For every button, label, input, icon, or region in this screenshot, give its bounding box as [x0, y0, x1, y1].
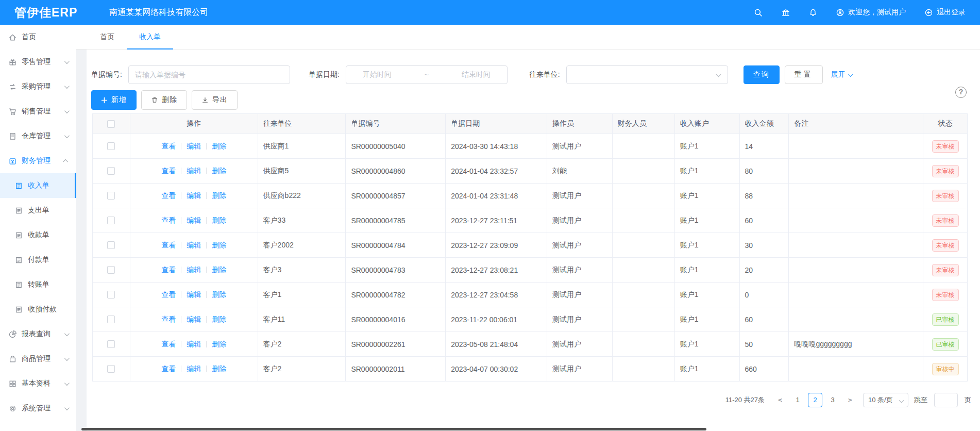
- date-end-placeholder: 结束时间: [462, 70, 491, 79]
- edit-link[interactable]: 编辑: [187, 241, 201, 250]
- delete-link[interactable]: 删除: [212, 216, 226, 225]
- select-all-checkbox[interactable]: [107, 120, 115, 128]
- sidebar-item-finance[interactable]: 财务管理: [0, 148, 76, 173]
- app-logo: 管伊佳ERP: [14, 5, 77, 21]
- amount-cell: 60: [740, 208, 789, 233]
- operator-cell: 测试用户: [547, 184, 613, 208]
- row-checkbox[interactable]: [107, 217, 115, 224]
- sidebar-item-goods[interactable]: 商品管理: [0, 346, 76, 371]
- edit-link[interactable]: 编辑: [187, 364, 201, 374]
- status-badge: 未审核: [932, 289, 959, 301]
- view-link[interactable]: 查看: [161, 191, 176, 201]
- delete-link[interactable]: 删除: [212, 142, 226, 151]
- delete-link[interactable]: 删除: [212, 315, 226, 324]
- table-body: 查看 编辑 删除 供应商1 SR00000005040 2024-03-30 1…: [93, 134, 967, 381]
- view-link[interactable]: 查看: [161, 216, 176, 225]
- view-link[interactable]: 查看: [161, 167, 176, 176]
- sidebar-item-basic-data[interactable]: 基本资料: [0, 371, 76, 396]
- table-row: 查看 编辑 删除 客户2 SR00000002011 2023-04-07 00…: [93, 356, 967, 381]
- partner-select[interactable]: [566, 65, 728, 84]
- delete-link[interactable]: 删除: [212, 290, 226, 300]
- sidebar-item-home[interactable]: 首页: [0, 25, 76, 49]
- jump-page-input[interactable]: [934, 393, 958, 407]
- row-checkbox[interactable]: [107, 192, 115, 200]
- edit-link[interactable]: 编辑: [187, 315, 201, 324]
- finance-cell: [613, 134, 675, 158]
- edit-link[interactable]: 编辑: [187, 142, 201, 151]
- view-link[interactable]: 查看: [161, 241, 176, 250]
- delete-link[interactable]: 删除: [212, 364, 226, 374]
- view-link[interactable]: 查看: [161, 266, 176, 275]
- sidebar-item-purchase[interactable]: 采购管理: [0, 74, 76, 99]
- row-checkbox[interactable]: [107, 167, 115, 175]
- amount-cell: 80: [740, 159, 789, 183]
- row-checkbox[interactable]: [107, 142, 115, 150]
- divider: [181, 143, 181, 150]
- sidebar-item-income-bill[interactable]: 收入单: [0, 173, 76, 198]
- delete-link[interactable]: 删除: [212, 241, 226, 250]
- delete-link[interactable]: 删除: [212, 340, 226, 349]
- edit-link[interactable]: 编辑: [187, 216, 201, 225]
- bank-icon[interactable]: [781, 8, 790, 17]
- sidebar-item-receipt-bill[interactable]: 收款单: [0, 223, 76, 247]
- sidebar-item-expense-bill[interactable]: 支出单: [0, 198, 76, 223]
- delete-link[interactable]: 删除: [212, 191, 226, 201]
- reset-button[interactable]: 重置: [785, 65, 823, 84]
- delete-link[interactable]: 删除: [212, 167, 226, 176]
- edit-link[interactable]: 编辑: [187, 340, 201, 349]
- export-button[interactable]: 导出: [192, 90, 238, 110]
- logout-icon: [924, 8, 933, 17]
- sidebar-item-transfer-bill[interactable]: 转账单: [0, 272, 76, 297]
- help-button[interactable]: ?: [955, 87, 967, 98]
- sidebar-item-sales[interactable]: 销售管理: [0, 99, 76, 124]
- row-checkbox[interactable]: [107, 266, 115, 274]
- divider: [181, 316, 181, 323]
- delete-button-label: 删除: [162, 95, 177, 105]
- bell-icon[interactable]: [809, 8, 817, 17]
- page-button-3[interactable]: 3: [825, 393, 840, 407]
- bill-no-cell: SR00000004784: [346, 233, 446, 257]
- tab-home[interactable]: 首页: [88, 25, 127, 49]
- page-button-2[interactable]: 2: [808, 393, 822, 407]
- search-icon[interactable]: [754, 8, 763, 17]
- row-checkbox[interactable]: [107, 316, 115, 323]
- sidebar-item-payment-bill[interactable]: 付款单: [0, 247, 76, 272]
- row-checkbox[interactable]: [107, 365, 115, 373]
- date-start-placeholder: 开始时间: [363, 70, 392, 79]
- edit-link[interactable]: 编辑: [187, 167, 201, 176]
- search-button[interactable]: 查询: [744, 65, 780, 84]
- edit-link[interactable]: 编辑: [187, 266, 201, 275]
- bill-date-cell: 2024-01-04 23:31:48: [446, 184, 547, 208]
- bill-no-input[interactable]: [128, 65, 290, 84]
- horizontal-scrollbar[interactable]: [81, 428, 706, 430]
- sidebar-item-advance-receipt[interactable]: 收预付款: [0, 297, 76, 322]
- view-link[interactable]: 查看: [161, 142, 176, 151]
- edit-link[interactable]: 编辑: [187, 290, 201, 300]
- delete-button[interactable]: 删除: [141, 90, 187, 110]
- view-link[interactable]: 查看: [161, 340, 176, 349]
- date-range-input[interactable]: 开始时间 ~ 结束时间: [346, 65, 508, 84]
- welcome-user[interactable]: 欢迎您，测试用户: [836, 8, 906, 17]
- logout-button[interactable]: 退出登录: [924, 8, 966, 17]
- edit-link[interactable]: 编辑: [187, 191, 201, 201]
- prev-page-button[interactable]: <: [773, 393, 787, 407]
- sidebar-item-warehouse[interactable]: 仓库管理: [0, 124, 76, 148]
- page-button-1[interactable]: 1: [790, 393, 805, 407]
- row-checkbox[interactable]: [107, 241, 115, 249]
- sidebar-item-reports[interactable]: 报表查询: [0, 322, 76, 346]
- delete-link[interactable]: 删除: [212, 266, 226, 275]
- view-link[interactable]: 查看: [161, 315, 176, 324]
- expand-link[interactable]: 展开: [831, 70, 852, 79]
- row-checkbox[interactable]: [107, 340, 115, 348]
- row-checkbox[interactable]: [107, 291, 115, 299]
- table-row: 查看 编辑 删除 供应商1 SR00000005040 2024-03-30 1…: [93, 134, 967, 158]
- row-actions-cell: 查看 编辑 删除: [130, 357, 258, 381]
- sidebar-item-system[interactable]: 系统管理: [0, 396, 76, 421]
- tab-income-bill[interactable]: 收入单: [127, 25, 173, 49]
- add-button[interactable]: 新增: [91, 90, 137, 110]
- page-size-select[interactable]: 10 条/页: [863, 393, 908, 407]
- view-link[interactable]: 查看: [161, 290, 176, 300]
- sidebar-item-retail[interactable]: 零售管理: [0, 49, 76, 74]
- next-page-button[interactable]: >: [843, 393, 857, 407]
- view-link[interactable]: 查看: [161, 364, 176, 374]
